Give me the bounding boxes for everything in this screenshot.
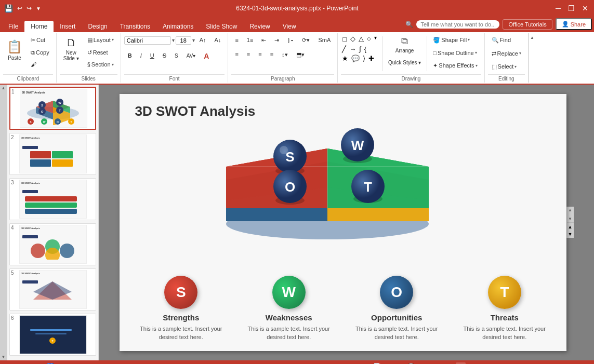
section-button[interactable]: § Section ▾ bbox=[84, 59, 117, 71]
plus-shape[interactable]: ✚ bbox=[367, 54, 375, 63]
shadow-button[interactable]: S bbox=[171, 50, 182, 62]
slide-thumb-1[interactable]: 1 3D SWOT Analysis S W O T bbox=[9, 87, 96, 130]
sidebar-scroll-top[interactable]: ▲ ▼ bbox=[0, 85, 7, 360]
replace-button[interactable]: ⇄ Replace ▾ bbox=[488, 48, 525, 60]
ribbon-collapse-button[interactable]: ▲ bbox=[529, 33, 541, 83]
share-button[interactable]: 👤 Share bbox=[556, 18, 592, 30]
font-size-dropdown[interactable]: ▾ bbox=[192, 37, 195, 43]
svg-marker-50 bbox=[327, 208, 429, 221]
tab-slideshow[interactable]: Slide Show bbox=[200, 21, 243, 32]
customize-icon[interactable]: ▼ bbox=[36, 6, 41, 11]
reset-button[interactable]: ↺ Reset bbox=[84, 47, 117, 59]
line-spacing-button[interactable]: ↕▾ bbox=[278, 49, 292, 61]
line-shape[interactable]: ╱ bbox=[341, 45, 347, 53]
close-button[interactable]: ✕ bbox=[580, 4, 590, 13]
justify-button[interactable]: ≡ bbox=[267, 49, 277, 61]
slide-canvas[interactable]: 3D SWOT Analysis bbox=[120, 94, 566, 351]
font-size-input[interactable] bbox=[176, 36, 191, 45]
diamond-shape[interactable]: ◇ bbox=[349, 34, 357, 44]
align-left-button[interactable]: ≡ bbox=[231, 49, 242, 61]
svg-rect-24 bbox=[52, 159, 73, 167]
slide-thumb-2[interactable]: 2 3D SWOT Analysis bbox=[9, 133, 96, 175]
curve-shape[interactable]: ∫ bbox=[358, 45, 362, 53]
shapes-palette: □ ◇ △ ○ ▾ ╱ → ∫ { ★ 💬 ⟩ ✚ bbox=[341, 34, 378, 63]
svg-rect-23 bbox=[30, 159, 51, 167]
shape-fill-button[interactable]: 🪣 Shape Fill ▾ bbox=[429, 34, 481, 47]
font-name-dropdown[interactable]: ▾ bbox=[172, 37, 175, 43]
find-button[interactable]: 🔍 Find bbox=[488, 34, 514, 47]
comments-button[interactable]: 💬 Comments bbox=[404, 362, 447, 364]
tab-design[interactable]: Design bbox=[82, 21, 113, 32]
slide-thumb-3[interactable]: 3 3D SWOT Analysis bbox=[9, 178, 96, 220]
circle-shape[interactable]: ○ bbox=[366, 34, 372, 44]
text-box-button[interactable]: ⬒▾ bbox=[293, 49, 308, 61]
undo-icon[interactable]: ↩ bbox=[17, 5, 22, 12]
increase-indent-button[interactable]: ⇥ bbox=[271, 34, 283, 47]
columns-button[interactable]: ⫿▾ bbox=[284, 34, 297, 47]
triangle-shape[interactable]: △ bbox=[358, 34, 365, 44]
redo-icon[interactable]: ↪ bbox=[27, 5, 32, 12]
shape-outline-button[interactable]: □ Shape Outline ▾ bbox=[429, 47, 481, 60]
align-center-button[interactable]: ≡ bbox=[243, 49, 254, 61]
format-painter-button[interactable]: 🖌 bbox=[27, 59, 53, 71]
strikethrough-button[interactable]: S bbox=[159, 50, 170, 62]
tab-file[interactable]: File bbox=[2, 21, 24, 32]
decrease-font-button[interactable]: A↓ bbox=[211, 34, 225, 47]
scroll-extra-2[interactable]: ▼ bbox=[568, 232, 573, 237]
ribbon-search-input[interactable] bbox=[416, 20, 499, 29]
font-color-button[interactable]: A bbox=[200, 49, 213, 63]
decrease-indent-button[interactable]: ⇤ bbox=[258, 34, 270, 47]
char-spacing-button[interactable]: AV▾ bbox=[183, 50, 200, 62]
slide-thumb-4[interactable]: 4 3D SWOT Analysis bbox=[9, 223, 96, 265]
chevron-shape[interactable]: ⟩ bbox=[362, 54, 366, 63]
bracket-shape[interactable]: { bbox=[363, 45, 367, 53]
star-shape[interactable]: ★ bbox=[341, 54, 349, 63]
layout-button[interactable]: ▤ Layout ▾ bbox=[84, 34, 117, 47]
notes-button[interactable]: 📝 Notes bbox=[371, 362, 401, 364]
bullets-button[interactable]: ≡ bbox=[231, 34, 242, 47]
scroll-extra-1[interactable]: ▲ bbox=[568, 224, 573, 230]
copy-button[interactable]: ⧉ Copy bbox=[27, 47, 53, 59]
slide-thumb-5[interactable]: 5 3D SWOT Analysis bbox=[9, 268, 96, 311]
shape-effects-button[interactable]: ✦ Shape Effects ▾ bbox=[429, 60, 481, 72]
align-right-button[interactable]: ≡ bbox=[255, 49, 265, 61]
quick-styles-button[interactable]: Quick Styles ▾ bbox=[385, 56, 425, 69]
cut-button[interactable]: ✂ Cut bbox=[27, 34, 53, 47]
svg-text:T: T bbox=[59, 109, 61, 112]
scroll-up-button[interactable]: ▲ bbox=[567, 207, 573, 213]
shapes-more[interactable]: ▾ bbox=[373, 34, 378, 44]
bold-button[interactable]: B bbox=[124, 50, 136, 62]
save-icon[interactable]: 💾 bbox=[4, 4, 13, 12]
italic-button[interactable]: I bbox=[137, 50, 146, 62]
select-button[interactable]: ⬚ Select ▾ bbox=[488, 61, 521, 73]
tab-home[interactable]: Home bbox=[24, 21, 54, 32]
rect-shape[interactable]: □ bbox=[341, 34, 348, 44]
reset-icon: ↺ bbox=[87, 48, 92, 58]
tab-insert[interactable]: Insert bbox=[54, 21, 82, 32]
callout-shape[interactable]: 💬 bbox=[350, 54, 361, 63]
arrange-button[interactable]: ⧉ Arrange bbox=[385, 34, 425, 55]
smart-art-button[interactable]: SmA bbox=[314, 34, 334, 47]
tab-review[interactable]: Review bbox=[243, 21, 276, 32]
new-slide-button[interactable]: 🗋 NewSlide ▾ bbox=[60, 34, 83, 64]
tab-view[interactable]: View bbox=[276, 21, 302, 32]
minimize-button[interactable]: ─ bbox=[553, 4, 563, 13]
office-tutorials-button[interactable]: Office Tutorials bbox=[503, 19, 552, 30]
svg-text:O: O bbox=[41, 110, 44, 113]
arrow-shape[interactable]: → bbox=[348, 45, 357, 53]
paste-button[interactable]: 📋 Paste bbox=[3, 34, 26, 65]
tab-transitions[interactable]: Transitions bbox=[114, 21, 156, 32]
numbering-button[interactable]: 1≡ bbox=[243, 34, 257, 47]
increase-font-button[interactable]: A↑ bbox=[196, 34, 210, 47]
tab-animations[interactable]: Animations bbox=[156, 21, 200, 32]
restore-button[interactable]: ❐ bbox=[567, 4, 576, 13]
opportunities-label: Opportunities bbox=[371, 313, 422, 322]
font-name-input[interactable] bbox=[124, 36, 171, 45]
text-direction-button[interactable]: ⟳▾ bbox=[298, 34, 313, 47]
strengths-label: Strengths bbox=[163, 313, 199, 322]
swot-3d-graphic: S W O T bbox=[213, 120, 442, 239]
slide-thumb-6[interactable]: 6 T bbox=[9, 314, 96, 356]
canvas-scrollbar-right[interactable]: ▲ ▼ ▲ ▼ bbox=[566, 207, 574, 238]
scroll-down-button[interactable]: ▼ bbox=[567, 215, 573, 222]
underline-button[interactable]: U bbox=[147, 50, 158, 62]
